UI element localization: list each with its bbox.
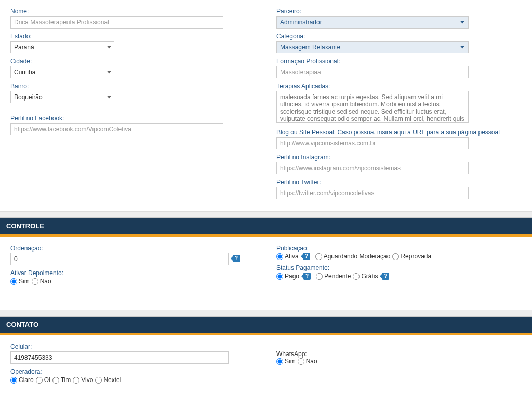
bairro-select[interactable]: Boqueirão: [10, 91, 114, 103]
cidade-label: Cidade:: [10, 58, 256, 65]
categoria-select[interactable]: Massagem Relaxante: [276, 41, 469, 53]
facebook-input[interactable]: [10, 123, 223, 135]
divider: [0, 211, 532, 217]
depoimento-sim[interactable]: Sim: [10, 278, 30, 285]
status-gratis[interactable]: Grátis: [353, 273, 378, 280]
depoimento-label: Ativar Depoimento:: [10, 269, 256, 277]
pub-aguardando[interactable]: Aguardando Moderação: [315, 253, 391, 260]
wa-nao[interactable]: Não: [298, 358, 317, 365]
parceiro-select[interactable]: Admininstrador: [276, 16, 469, 29]
blog-label: Blog ou Site Pessoal: Caso possua, insir…: [276, 129, 522, 136]
whatsapp-label: WhatsApp:: [276, 350, 307, 358]
depoimento-nao[interactable]: Não: [32, 278, 51, 285]
op-vivo[interactable]: Vivo: [73, 376, 93, 384]
help-icon[interactable]: ?: [303, 273, 311, 280]
top-form: Nome: Estado: Paraná Cidade: Curitiba Ba…: [0, 0, 532, 211]
pub-ativa[interactable]: Ativa: [276, 253, 299, 260]
op-tim[interactable]: Tim: [52, 376, 71, 384]
formacao-input[interactable]: [276, 66, 469, 78]
ordenacao-input[interactable]: [10, 253, 229, 265]
cidade-select[interactable]: Curitiba: [10, 66, 114, 78]
right-column: Parceiro: Admininstrador Categoria: Mass…: [276, 8, 522, 203]
terapias-label: Terapias Aplicadas:: [276, 83, 522, 90]
wa-sim[interactable]: Sim: [276, 358, 296, 365]
help-icon[interactable]: ?: [303, 253, 310, 260]
blog-input[interactable]: [276, 137, 469, 149]
twitter-label: Perfil no Twitter:: [276, 179, 522, 186]
op-oi[interactable]: Oi: [36, 376, 50, 384]
controle-right: Publicação: Ativa ? Aguardando Moderação…: [276, 244, 522, 289]
nome-input[interactable]: [10, 16, 223, 29]
controle-header: CONTROLE: [0, 217, 532, 234]
nome-label: Nome:: [10, 8, 256, 15]
instagram-input[interactable]: [276, 162, 469, 174]
parceiro-label: Parceiro:: [276, 8, 522, 15]
divider: [0, 310, 532, 316]
estado-select[interactable]: Paraná: [10, 41, 114, 53]
left-column: Nome: Estado: Paraná Cidade: Curitiba Ba…: [10, 8, 256, 203]
controle-left: Ordenação: ? Ativar Depoimento: Sim Não: [10, 244, 256, 289]
contato-left: Celular: Operadora: Claro Oi Tim Vivo Ne…: [10, 343, 256, 388]
ordenacao-label: Ordenação:: [10, 244, 256, 252]
publicacao-label: Publicação:: [276, 244, 522, 252]
status-label: Status Pagamento:: [276, 264, 522, 271]
twitter-input[interactable]: [276, 187, 469, 199]
celular-input[interactable]: [10, 351, 229, 364]
terapias-textarea[interactable]: [276, 91, 469, 123]
categoria-label: Categoria:: [276, 33, 522, 40]
help-icon[interactable]: ?: [233, 255, 240, 262]
facebook-label: Perfil no Facebook:: [10, 115, 256, 122]
pub-reprovada[interactable]: Reprovada: [392, 253, 431, 260]
op-claro[interactable]: Claro: [10, 376, 34, 384]
contato-header: CONTATO: [0, 316, 532, 333]
instagram-label: Perfil no Instagram:: [276, 154, 522, 161]
help-icon[interactable]: ?: [382, 273, 389, 280]
estado-label: Estado:: [10, 33, 256, 40]
status-pago[interactable]: Pago: [276, 273, 299, 280]
formacao-label: Formação Profissional:: [276, 58, 522, 65]
controle-body: Ordenação: ? Ativar Depoimento: Sim Não …: [0, 237, 532, 310]
contato-body: Celular: Operadora: Claro Oi Tim Vivo Ne…: [0, 335, 532, 393]
status-pendente[interactable]: Pendente: [316, 273, 351, 280]
bairro-label: Bairro:: [10, 83, 256, 90]
contato-right: WhatsApp: Sim Não: [276, 343, 522, 388]
op-nextel[interactable]: Nextel: [95, 376, 121, 384]
operadora-label: Operadora:: [10, 368, 256, 375]
celular-label: Celular:: [10, 343, 256, 350]
